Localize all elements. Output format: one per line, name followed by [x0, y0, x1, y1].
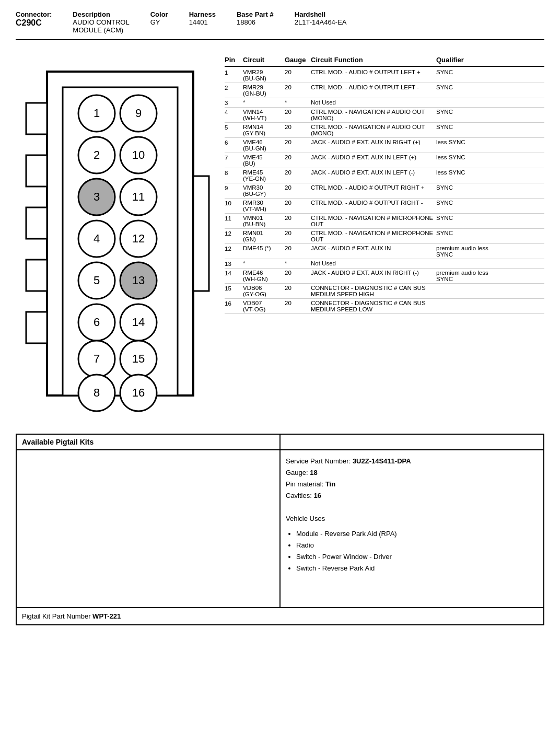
- table-row: 10 RMR30(VT-WH) 20 CTRL MOD. - AUDIO # O…: [225, 199, 544, 214]
- svg-rect-1: [26, 103, 47, 134]
- table-row: 15 VDB06(GY-OG) 20 CONNECTOR - DIAGNOSTI…: [225, 284, 544, 299]
- qualifier: SYNC: [436, 184, 499, 191]
- pigtail-left: [17, 450, 281, 607]
- circuit: *: [243, 260, 285, 266]
- svg-text:16: 16: [132, 386, 145, 399]
- qualifier: less SYNC: [436, 169, 499, 176]
- pin-table-header: Pin Circuit Gauge Circuit Function Quali…: [225, 56, 544, 67]
- svg-text:10: 10: [132, 148, 145, 161]
- table-row: 2 RMR29(GN-BU) 20 CTRL MOD. - AUDIO # OU…: [225, 83, 544, 98]
- color-block: Color GY: [150, 10, 168, 34]
- circuit: VME45(BU): [243, 154, 285, 167]
- connector-id: C290C: [16, 18, 52, 28]
- func: CTRL MOD. - NAVIGATION # AUDIO OUT (MONO…: [311, 124, 436, 136]
- pin-number: 14: [225, 270, 243, 276]
- svg-text:14: 14: [132, 316, 145, 329]
- svg-text:12: 12: [132, 232, 145, 245]
- circuit: RMR29(GN-BU): [243, 84, 285, 97]
- circuit: VMR29(BU-GN): [243, 69, 285, 82]
- func: JACK - AUDIO # EXT. AUX IN: [311, 245, 436, 251]
- color-value: GY: [150, 18, 168, 26]
- table-row: 12 RMN01(GN) 20 CTRL MOD. - NAVIGATION #…: [225, 229, 544, 244]
- pin-material-label: Pin material:: [286, 480, 325, 488]
- pin-number: 15: [225, 285, 243, 292]
- gauge: 20: [285, 300, 311, 306]
- table-row: 5 RMN14(GY-BN) 20 CTRL MOD. - NAVIGATION…: [225, 123, 544, 138]
- circuit: RMN14(GY-BN): [243, 124, 285, 136]
- gauge: 20: [285, 200, 311, 206]
- col-pin: Pin: [225, 56, 243, 64]
- svg-text:8: 8: [94, 386, 100, 399]
- gauge: 20: [285, 154, 311, 160]
- harness-label: Harness: [189, 10, 216, 18]
- gauge-line: Gauge: 18: [286, 467, 538, 479]
- svg-text:9: 9: [135, 107, 142, 120]
- pigtail-right: Service Part Number: 3U2Z-14S411-DPA Gau…: [281, 450, 543, 607]
- circuit: RMR30(VT-WH): [243, 200, 285, 212]
- qualifier: SYNC: [436, 109, 499, 115]
- func: JACK - AUDIO # EXT. AUX IN RIGHT (-): [311, 270, 436, 276]
- func: CTRL MOD. - AUDIO # OUTPUT LEFT +: [311, 69, 436, 75]
- func: JACK - AUDIO # EXT. AUX IN RIGHT (+): [311, 139, 436, 145]
- service-part-label: Service Part Number:: [286, 457, 353, 465]
- base-part-value: 18806: [237, 18, 274, 26]
- circuit: VMR30(BU-GY): [243, 184, 285, 197]
- qualifier: SYNC: [436, 230, 499, 236]
- col-function: Circuit Function: [311, 56, 436, 64]
- cavities-label: Cavities:: [286, 492, 313, 499]
- list-item: Module - Reverse Park Aid (RPA): [296, 528, 538, 540]
- gauge: 20: [285, 139, 311, 145]
- circuit: VMN01(BU-BN): [243, 215, 285, 227]
- hardshell-value: 2L1T-14A464-EA: [295, 18, 347, 26]
- gauge: 20: [285, 285, 311, 291]
- circuit: VDB07(VT-OG): [243, 300, 285, 312]
- func: CTRL MOD. - AUDIO # OUTPUT RIGHT -: [311, 200, 436, 206]
- gauge: 20: [285, 124, 311, 130]
- pin-number: 8: [225, 169, 243, 176]
- pin-number: 11: [225, 215, 243, 222]
- gauge-label: Gauge:: [286, 469, 310, 476]
- pigtail-section: Available Pigtail Kits Service Part Numb…: [16, 434, 544, 625]
- pin-number: 9: [225, 184, 243, 191]
- pin-number: 12: [225, 245, 243, 252]
- gauge: 20: [285, 270, 311, 276]
- circuit: RMN01(GN): [243, 230, 285, 242]
- harness-value: 14401: [189, 18, 216, 26]
- gauge: 20: [285, 215, 311, 221]
- svg-text:4: 4: [94, 232, 100, 245]
- desc-label: Description: [73, 10, 129, 18]
- func: CTRL MOD. - NAVIGATION # MICROPHONE OUT: [311, 230, 436, 242]
- pin-number: 7: [225, 154, 243, 161]
- func: JACK - AUDIO # EXT. AUX IN LEFT (-): [311, 169, 436, 176]
- svg-text:7: 7: [94, 352, 100, 365]
- list-item: Switch - Reverse Park Aid: [296, 563, 538, 574]
- footer-value: WPT-221: [92, 612, 121, 620]
- circuit: VME46(BU-GN): [243, 139, 285, 152]
- svg-text:1: 1: [94, 107, 100, 120]
- color-label: Color: [150, 10, 168, 18]
- pin-number: 1: [225, 69, 243, 76]
- svg-rect-5: [26, 312, 47, 343]
- service-part-value: 3U2Z-14S411-DPA: [353, 457, 411, 465]
- main-content: 1 9 2 10 3 11 4 12 5: [16, 51, 544, 418]
- func: CTRL MOD. - AUDIO # OUTPUT RIGHT +: [311, 184, 436, 191]
- table-row: 9 VMR30(BU-GY) 20 CTRL MOD. - AUDIO # OU…: [225, 183, 544, 199]
- desc-line1: AUDIO CONTROL: [73, 18, 129, 26]
- pin-table: Pin Circuit Gauge Circuit Function Quali…: [225, 56, 544, 418]
- table-row: 13 * * Not Used: [225, 259, 544, 269]
- connector-svg: 1 9 2 10 3 11 4 12 5: [16, 61, 214, 416]
- gauge: 20: [285, 230, 311, 236]
- func: CTRL MOD. - NAVIGATION # MICROPHONE OUT: [311, 215, 436, 227]
- list-item: Radio: [296, 540, 538, 551]
- func: Not Used: [311, 99, 436, 106]
- page: Connector: C290C Description AUDIO CONTR…: [0, 0, 560, 636]
- qualifier: SYNC: [436, 124, 499, 130]
- gauge-value: 18: [310, 469, 317, 476]
- table-row: 16 VDB07(VT-OG) 20 CONNECTOR - DIAGNOSTI…: [225, 299, 544, 314]
- func: Not Used: [311, 260, 436, 266]
- list-item: Switch - Power Window - Driver: [296, 551, 538, 563]
- pin-number: 12: [225, 230, 243, 237]
- pigtail-header-row: Available Pigtail Kits: [17, 435, 543, 450]
- pigtail-header-left: Available Pigtail Kits: [17, 435, 281, 449]
- pin-rows: 1 VMR29(BU-GN) 20 CTRL MOD. - AUDIO # OU…: [225, 68, 544, 314]
